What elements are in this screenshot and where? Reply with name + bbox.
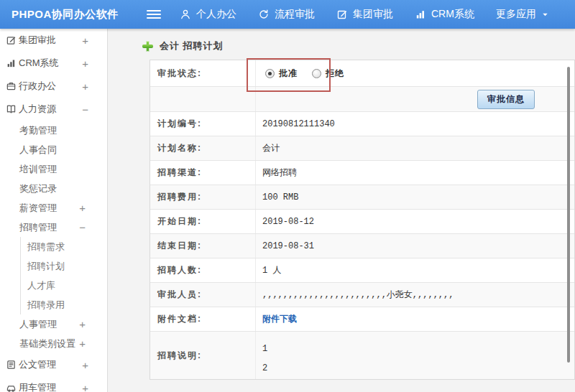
form-label: 审批状态: <box>150 60 256 86</box>
page-title: 会计 招聘计划 <box>160 39 224 52</box>
end-date-value: 2019-08-31 <box>262 241 314 251</box>
nav-item-crm-system[interactable]: CRM系统 <box>415 8 474 21</box>
form-label: 计划编号: <box>150 112 256 136</box>
form-row-plan-name: 计划名称:会计 <box>150 136 574 161</box>
sidebar-item-hr-contract[interactable]: 人事合同 <box>0 140 107 159</box>
top-header: PHPOA协同办公软件 个人办公流程审批集团审批CRM系统更多应用 <box>0 0 575 29</box>
headcount-value: 1 人 <box>262 264 281 276</box>
bar-chart-icon <box>6 57 17 69</box>
form-row-approval-status: 审批状态:批准拒绝 <box>150 60 574 87</box>
form-row-approvers: 审批人员:,,,,,,,,,,,,,,,,,,,,,,,,小尧女,,,,,,,, <box>150 283 574 307</box>
form-label: 结束日期: <box>150 234 256 258</box>
sidebar-item-document-mgmt[interactable]: 公文管理+ <box>0 353 107 376</box>
sidebar-item-recruit-mgmt[interactable]: 招聘管理− <box>0 218 107 237</box>
sidebar-item-label: 公文管理 <box>19 358 56 371</box>
expander-icon[interactable]: + <box>82 35 88 46</box>
sidebar-item-personnel[interactable]: 人事管理+ <box>0 314 107 334</box>
sidebar-item-recruit-plan[interactable]: 招聘计划 <box>0 256 107 276</box>
plan-number-value: 20190812111340 <box>262 119 335 129</box>
expander-icon[interactable]: + <box>82 383 88 392</box>
main-content: 会计 招聘计划 审批状态:批准拒绝审批信息计划编号:20190812111340… <box>108 29 575 392</box>
sidebar-item-label: 培训管理 <box>19 163 57 176</box>
sidebar-item-vehicle-mgmt[interactable]: 用车管理+ <box>0 376 107 392</box>
expander-icon[interactable]: + <box>82 360 88 370</box>
sidebar-item-training[interactable]: 培训管理 <box>0 159 107 179</box>
form-row-description: 招聘说明:1 2 <box>150 332 574 379</box>
approvers-value: ,,,,,,,,,,,,,,,,,,,,,,,,小尧女,,,,,,,, <box>262 289 454 301</box>
sidebar-item-label: 行政办公 <box>19 80 56 93</box>
nav-item-group-approval[interactable]: 集团审批 <box>336 8 393 21</box>
recruit-cost-value: 100 RMB <box>262 192 298 202</box>
page-title-row: 会计 招聘计划 <box>142 39 224 52</box>
form-row-recruit-channel: 招聘渠道:网络招聘 <box>150 161 574 185</box>
approval-form-table: 审批状态:批准拒绝审批信息计划编号:20190812111340计划名称:会计招… <box>150 60 575 380</box>
form-row-plan-number: 计划编号:20190812111340 <box>150 112 574 136</box>
attachment-download-link[interactable]: 附件下载 <box>262 313 297 325</box>
briefcase-icon <box>6 80 17 92</box>
nav-label: 流程审批 <box>275 8 315 21</box>
sidebar-item-attendance[interactable]: 考勤管理 <box>0 121 107 140</box>
radio-option-reject[interactable]: 拒绝 <box>312 67 344 80</box>
form-label: 审批人员: <box>150 283 256 307</box>
expander-icon[interactable]: + <box>79 319 86 330</box>
sidebar-item-admin-office[interactable]: 行政办公+ <box>0 75 107 98</box>
sidebar-scrollbar[interactable] <box>567 67 570 363</box>
expander-icon[interactable]: + <box>82 58 88 69</box>
top-nav: 个人办公流程审批集团审批CRM系统更多应用 <box>180 8 549 21</box>
hamburger-icon[interactable] <box>147 10 161 19</box>
book-icon <box>6 103 17 115</box>
nav-label: 个人办公 <box>196 8 236 21</box>
car-icon <box>6 382 17 392</box>
sidebar-item-recruit-demand[interactable]: 招聘需求 <box>0 237 107 256</box>
history-icon <box>258 9 270 20</box>
form-label: 招聘费用: <box>150 185 256 209</box>
form-label: 计划名称: <box>150 136 256 160</box>
sidebar-item-label: 集团审批 <box>19 34 56 47</box>
approval-info-button[interactable]: 审批信息 <box>477 90 535 109</box>
sidebar-item-label: 人力资源 <box>19 103 56 116</box>
form-row-end-date: 结束日期:2019-08-31 <box>150 234 574 258</box>
radio-unselected-icon[interactable] <box>312 69 321 78</box>
expander-icon[interactable]: − <box>82 104 88 115</box>
form-label: 招聘人数: <box>150 258 256 282</box>
radio-label: 拒绝 <box>326 67 344 80</box>
sidebar-item-label: 人事管理 <box>19 318 57 331</box>
sidebar-item-label: CRM系统 <box>19 57 59 70</box>
expander-icon[interactable]: + <box>79 338 86 349</box>
form-row-action: 审批信息 <box>150 87 574 112</box>
sidebar-item-label: 薪资管理 <box>19 202 57 215</box>
document-icon <box>6 359 17 370</box>
expander-icon[interactable]: − <box>79 222 86 233</box>
sidebar-item-label: 用车管理 <box>19 381 56 392</box>
start-date-value: 2019-08-12 <box>262 217 314 227</box>
expander-icon[interactable]: + <box>82 81 88 92</box>
expander-icon[interactable]: + <box>79 202 86 213</box>
sidebar-item-group-approval[interactable]: 集团审批+ <box>0 29 107 52</box>
sidebar: 集团审批+CRM系统+行政办公+人力资源−考勤管理人事合同培训管理奖惩记录薪资管… <box>0 29 108 392</box>
radio-option-approve[interactable]: 批准 <box>265 67 298 80</box>
radio-selected-icon[interactable] <box>265 69 275 78</box>
nav-label: 更多应用 <box>496 8 536 21</box>
app-logo: PHPOA协同办公软件 <box>0 8 138 22</box>
form-label: 招聘渠道: <box>150 161 256 185</box>
form-row-attachment: 附件文档:附件下载 <box>150 307 574 332</box>
nav-item-workflow-approval[interactable]: 流程审批 <box>258 8 315 21</box>
sidebar-item-label: 奖惩记录 <box>19 182 57 195</box>
sidebar-item-label: 招聘计划 <box>27 260 65 273</box>
edit-square-icon <box>336 9 348 20</box>
sidebar-item-rewards[interactable]: 奖惩记录 <box>0 179 107 198</box>
sidebar-item-salary[interactable]: 薪资管理+ <box>0 198 107 218</box>
recruit-channel-value: 网络招聘 <box>262 167 297 179</box>
sidebar-item-label: 招聘需求 <box>27 241 65 253</box>
nav-item-more-apps[interactable]: 更多应用 <box>496 8 549 21</box>
sidebar-item-human-resources[interactable]: 人力资源− <box>0 98 107 121</box>
approval-status-radio-group: 批准拒绝 <box>265 67 344 80</box>
sidebar-item-label: 人才库 <box>27 279 55 292</box>
sidebar-item-talent-pool[interactable]: 人才库 <box>0 276 107 295</box>
user-icon <box>180 9 191 20</box>
nav-label: 集团审批 <box>353 8 393 21</box>
sidebar-item-base-category[interactable]: 基础类别设置+ <box>0 334 107 353</box>
sidebar-item-crm-system[interactable]: CRM系统+ <box>0 52 107 75</box>
sidebar-item-recruit-hire[interactable]: 招聘录用 <box>0 295 107 314</box>
nav-item-personal-office[interactable]: 个人办公 <box>180 8 236 21</box>
